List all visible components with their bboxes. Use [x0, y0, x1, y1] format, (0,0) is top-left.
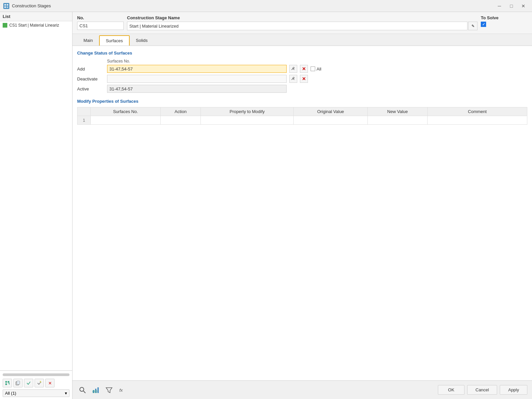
tabs-bar: Main Surfaces Solids — [72, 34, 532, 46]
sidebar-footer: + ✕ All (1) ▾ — [0, 370, 72, 399]
add-stage-button[interactable]: + — [3, 379, 12, 387]
svg-text:+: + — [8, 381, 10, 385]
svg-rect-3 — [7, 6, 8, 8]
col-num — [77, 107, 91, 116]
title-bar: Construction Stages ─ □ ✕ — [0, 0, 532, 12]
cell-new-value[interactable] — [368, 116, 428, 125]
change-status-title: Change Status of Surfaces — [77, 51, 527, 56]
tab-solids[interactable]: Solids — [130, 35, 154, 46]
svg-rect-10 — [17, 381, 20, 384]
cell-original[interactable] — [294, 116, 368, 125]
col-new-value: New Value — [368, 107, 428, 116]
to-solve-checkbox[interactable] — [481, 22, 486, 27]
name-field: Construction Stage Name ✎ — [127, 15, 477, 30]
sidebar-scrollbar[interactable] — [3, 373, 69, 376]
svg-line-15 — [83, 391, 85, 393]
change-status-section: Change Status of Surfaces Surfaces No. A… — [77, 51, 527, 93]
bottom-left-icons: 00 fx — [77, 385, 128, 395]
check-button[interactable] — [24, 379, 33, 387]
table-row[interactable]: 1 — [77, 116, 527, 125]
name-input-group: ✎ — [127, 22, 477, 30]
deactivate-input[interactable] — [107, 75, 287, 83]
main-layout: List CS1 Start | Material Lineariz + — [0, 12, 532, 399]
close-button[interactable]: ✕ — [518, 2, 529, 10]
cell-num: 1 — [77, 116, 91, 125]
modify-table-head: Surfaces No. Action Property to Modify O… — [77, 107, 527, 116]
content-area: No. Construction Stage Name ✎ To Solve M… — [72, 12, 532, 399]
sidebar-dropdown-label: All (1) — [5, 391, 16, 396]
stats-icon-button[interactable]: 00 — [90, 385, 101, 395]
cell-surfaces-no[interactable] — [91, 116, 161, 125]
no-label: No. — [77, 15, 124, 20]
modify-table-header-row: Surfaces No. Action Property to Modify O… — [77, 107, 527, 116]
app-icon — [3, 3, 9, 9]
no-input[interactable] — [77, 22, 124, 30]
col-action: Action — [161, 107, 201, 116]
chevron-down-icon: ▾ — [65, 391, 67, 396]
svg-rect-4 — [5, 381, 7, 383]
deactivate-label: Deactivate — [77, 76, 104, 81]
col-original: Original Value — [294, 107, 368, 116]
sidebar-dropdown[interactable]: All (1) ▾ — [3, 389, 69, 397]
cell-property[interactable] — [201, 116, 294, 125]
deactivate-row: Deactivate ✕ — [77, 75, 527, 83]
name-label: Construction Stage Name — [127, 15, 477, 20]
ok-button[interactable]: OK — [438, 385, 465, 395]
tab-surfaces[interactable]: Surfaces — [99, 35, 129, 46]
modify-section: Modify Properties of Surfaces Surfaces N… — [77, 99, 527, 125]
add-row: Add ✕ All — [77, 65, 527, 73]
cancel-button[interactable]: Cancel — [467, 385, 497, 395]
bottom-right-buttons: OK Cancel Apply — [438, 385, 527, 395]
add-select-button[interactable] — [289, 65, 297, 73]
copy-stage-button[interactable] — [13, 379, 23, 387]
tab-main[interactable]: Main — [77, 35, 99, 46]
to-solve-label: To Solve — [481, 15, 527, 20]
maximize-button[interactable]: □ — [506, 2, 517, 10]
col-comment: Comment — [428, 107, 527, 116]
check-x-button[interactable] — [35, 379, 44, 387]
modify-table: Surfaces No. Action Property to Modify O… — [77, 107, 527, 125]
surfaces-no-label: Surfaces No. — [107, 59, 527, 64]
to-solve-section: To Solve — [481, 15, 527, 27]
deactivate-clear-button[interactable]: ✕ — [300, 75, 308, 83]
sidebar-item-cs1[interactable]: CS1 Start | Material Lineariz — [0, 21, 72, 29]
svg-rect-2 — [4, 6, 6, 8]
svg-text:fx: fx — [119, 388, 123, 393]
col-surfaces-no: Surfaces No. — [91, 107, 161, 116]
header-row: No. Construction Stage Name ✎ To Solve — [72, 12, 532, 34]
svg-rect-18 — [97, 387, 99, 393]
deactivate-select-button[interactable] — [289, 75, 297, 83]
all-text: All — [317, 66, 321, 71]
cell-action[interactable] — [161, 116, 201, 125]
delete-button[interactable]: ✕ — [45, 379, 55, 387]
formula-icon-button[interactable]: fx — [117, 385, 128, 395]
window-controls: ─ □ ✕ — [494, 2, 529, 10]
to-solve-checkbox-row — [481, 22, 527, 27]
modify-title: Modify Properties of Surfaces — [77, 99, 527, 104]
all-checkbox[interactable] — [311, 66, 315, 71]
apply-button[interactable]: Apply — [500, 385, 527, 395]
col-property: Property to Modify — [201, 107, 294, 116]
svg-rect-0 — [4, 4, 6, 6]
red-x-icon-2: ✕ — [302, 76, 306, 81]
svg-rect-6 — [5, 383, 7, 385]
cell-comment[interactable] — [428, 116, 527, 125]
modify-table-body: 1 — [77, 116, 527, 125]
add-label: Add — [77, 66, 104, 71]
tab-content: Change Status of Surfaces Surfaces No. A… — [72, 46, 532, 380]
svg-point-12 — [293, 67, 294, 68]
sidebar-list: CS1 Start | Material Lineariz — [0, 21, 72, 370]
active-label: Active — [77, 86, 104, 91]
add-input[interactable] — [107, 65, 287, 73]
search-icon-button[interactable] — [77, 385, 88, 395]
name-input[interactable] — [127, 22, 467, 30]
svg-marker-20 — [106, 388, 112, 393]
sidebar-item-label: CS1 Start | Material Lineariz — [9, 23, 59, 28]
add-clear-button[interactable]: ✕ — [300, 65, 308, 73]
sidebar: List CS1 Start | Material Lineariz + — [0, 12, 72, 399]
sidebar-header: List — [0, 12, 72, 21]
minimize-button[interactable]: ─ — [494, 2, 505, 10]
sidebar-item-color-box — [3, 23, 7, 28]
edit-name-button[interactable]: ✎ — [468, 22, 477, 30]
filter-icon-button[interactable] — [104, 385, 114, 395]
